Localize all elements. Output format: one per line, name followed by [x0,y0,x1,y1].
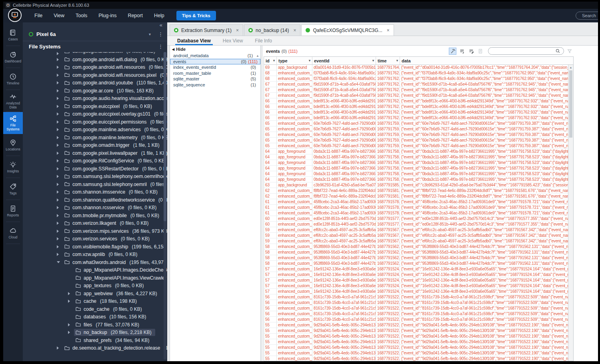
tab-no-backup[interactable]: no_backup (14) × [244,24,300,36]
table-row[interactable]: 63 app_background c3b96293-61af-42b0-a5a… [264,182,568,188]
table-row[interactable]: 55 enhanced_custom_event 9d29a041-5efb-4… [264,328,568,334]
table-row[interactable]: 57 enhanced_custom_event 16e91242-136e-4… [264,289,568,294]
tab-database-view[interactable]: Database View [171,36,217,45]
grid-scroll-thumb[interactable] [569,70,572,138]
table-row[interactable]: 68 enhanced_custom_event f37f3ab8-f6c9-4… [264,70,568,76]
tab-hex-view[interactable]: Hex View [217,36,249,45]
sidebar-item-cases[interactable]: Cases [3,24,23,46]
tree-item[interactable]: com.samsung.slsi.telephony.oem.oemrilhoo… [23,173,167,181]
tab-file-info[interactable]: File Info [249,36,278,45]
table-row[interactable]: 67 enhanced_custom_event f9d1590f-d71b-4… [264,82,568,87]
tree-chevron-icon[interactable] [57,66,63,69]
collapse-panel-icon[interactable]: « [160,22,162,28]
tree-item[interactable]: com.google.omadm.trigger (1 file, 1 KB) [23,142,167,150]
table-row[interactable]: 61 enhanced_custom_event 45f8cebc-2ca3-4… [264,210,568,216]
tree-chevron-icon[interactable] [57,206,63,209]
tree-item[interactable]: com.google.mainline.telemetry (0 files, … [23,134,167,142]
table-row[interactable]: 56 enhanced_custom_event 8161c739-15db-4… [264,317,568,322]
tree-item[interactable]: com.google.audio.hearing.visualization.a… [23,95,167,103]
menu-plugins[interactable]: Plug-ins [93,13,122,18]
tree-item[interactable]: com.google.ar.core (10 files, 163 KB) [23,87,167,95]
tree-scrollbar[interactable] [164,52,166,360]
tree-chevron-icon[interactable] [57,190,63,194]
column-header-eventid[interactable]: eventId▾ [312,57,376,64]
table-row[interactable]: 55 enhanced_custom_event 9d29a041-5efb-4… [264,356,568,361]
tree-item[interactable]: com.google.RilConfigService (0 files, 0 … [23,157,167,165]
tips-and-tricks-button[interactable]: Tips & Tricks [176,11,216,20]
table-row[interactable]: 57 enhanced_custom_event 16e91242-136e-4… [264,278,568,283]
table-row[interactable]: 65 enhanced_custom_event 60e7b6d9-7627-4… [264,138,568,143]
table-row[interactable]: 58 enhanced_custom_event 953f8869-55d3-4… [264,261,568,266]
tree-chevron-icon[interactable] [57,128,63,131]
table-row[interactable]: 65 enhanced_custom_event 60e7b6d9-7627-4… [264,126,568,132]
table-row[interactable]: 59 enhanced_custom_event ef6fcc2c-aba0-4… [264,238,568,244]
table-row[interactable]: 66 enhanced_custom_event bde8f13c-e066-4… [264,98,568,104]
table-row[interactable]: 55 enhanced_custom_event 9d29a041-5efb-4… [264,345,568,350]
tree-item[interactable]: com.samsung.slsi.telephony.oemril (0 fil… [23,180,167,188]
sort-caret-icon[interactable]: ▾ [371,59,374,62]
sort-caret-icon[interactable]: ▾ [395,59,398,62]
tree-item[interactable]: shared_prefs (34 files, 94 KB) [23,336,167,344]
tree-item[interactable]: com.google.android.wifi.resources.pixel … [23,71,167,79]
tree-item[interactable]: com.google.SSRestartDetector (0 files, 0… [23,165,167,173]
menu-tools[interactable]: Tools [70,13,93,18]
sort-caret-icon[interactable]: ▾ [272,59,275,62]
table-row[interactable]: 62 enhanced_custom_event f8fbf722-7ead-4… [264,188,568,194]
table-row[interactable]: 65 enhanced_custom_event 60e7b6d9-7627-4… [264,143,568,149]
table-row[interactable]: 56 enhanced_custom_event 8161c739-15db-4… [264,306,568,311]
tree-scroll-thumb[interactable] [164,52,166,221]
tree-chevron-icon[interactable] [57,230,63,233]
table-row[interactable]: 65 enhanced_custom_event 60e7b6d9-7627-4… [264,132,568,138]
tree-chevron-icon[interactable] [57,136,63,139]
tree-item[interactable]: cache (18 files, 198 KB) [23,298,167,306]
table-row[interactable]: 64 app_foreground 0bda3c11-b887-4f0a-997… [264,166,568,171]
tree-chevron-icon[interactable] [57,159,63,162]
close-icon[interactable]: × [236,28,239,33]
device-menu-icon[interactable]: ⋮ [158,31,163,37]
scroll-up-icon[interactable]: ▲ [256,54,259,58]
tree-item[interactable]: app_MixpanelAPI.Images.ViewCrawler (0 fi… [23,274,167,282]
db-table-item[interactable]: sqlite_sequence (1) [170,82,260,88]
grid-vertical-scrollbar[interactable]: ▲ [568,65,573,361]
close-icon[interactable]: × [293,28,296,33]
tree-chevron-icon[interactable] [57,105,63,108]
tree-item[interactable]: databases (10 files, 156 KB) [23,313,167,321]
tree-chevron-icon[interactable] [57,97,63,100]
export-selection-button[interactable] [467,48,475,55]
tree-chevron-icon[interactable] [57,52,63,55]
table-row[interactable]: 65 enhanced_custom_event 60e7b6d9-7627-4… [264,121,568,126]
table-row[interactable]: 66 enhanced_custom_event bde8f13c-e066-4… [264,115,568,121]
table-row[interactable]: 64 app_foreground 0bda3c11-b887-4f0a-997… [264,149,568,154]
tree-chevron-icon[interactable] [57,222,63,225]
table-row[interactable]: 55 enhanced_custom_event 9d29a041-5efb-4… [264,322,568,328]
sidebar-item-dashboard[interactable]: Dashboard [3,46,23,68]
tree-chevron-icon[interactable] [57,120,63,124]
device-selector[interactable]: Pixel 6a ▾ ⋮ [23,28,167,40]
table-row[interactable]: 67 enhanced_custom_event f9d1590f-d71b-4… [264,87,568,93]
table-row[interactable]: 64 app_foreground 0bda3c11-b887-4f0a-997… [264,171,568,177]
column-header-time[interactable]: time▾ [376,57,400,64]
tree-item[interactable]: com.google.pixel.livewallpaper (1 file, … [23,149,167,157]
tree-item[interactable]: com.google.mainline.adservices (0 files,… [23,126,167,134]
table-row[interactable]: 60 enhanced_custom_event ed0e128f-851b-4… [264,222,568,227]
table-row[interactable]: 68 enhanced_custom_event f37f3ab8-f6c9-4… [264,76,568,82]
table-row[interactable]: 59 enhanced_custom_event ef6fcc2c-aba0-4… [264,233,568,238]
scroll-up-icon[interactable]: ▲ [568,65,573,70]
column-header-type[interactable]: type▾ [277,57,312,64]
pickaxe-tool-button[interactable] [449,48,456,55]
menu-help[interactable]: Help [148,13,170,18]
tree-chevron-icon[interactable] [57,346,63,350]
table-row[interactable]: 67 enhanced_custom_event f9d1590f-d71b-4… [264,93,568,98]
tree-chevron-icon[interactable] [68,292,74,295]
tree-item[interactable]: com.what3words.android (195 files, 43,97… [23,258,167,266]
tree-item[interactable]: app_webview (36 files, 4,227 KB) [23,290,167,298]
tree-item[interactable]: com.visiblemobile.flagship (199 files, 6… [23,243,167,251]
close-icon[interactable]: × [387,28,390,33]
tree-item[interactable]: com.vzw.apnlib (0 files, 0 KB) [23,251,167,259]
global-search-button[interactable]: Search [576,12,598,20]
tree-chevron-icon[interactable] [57,152,63,155]
tree-item[interactable]: com.google.android.wifi (0 files, 0 KB) [23,52,167,56]
sidebar-item-insights[interactable]: Insights [3,156,23,178]
table-row[interactable]: 62 enhanced_custom_event f8fbf722-7ead-4… [264,194,568,199]
tree-item[interactable]: files (77 files, 37,076 KB) [23,321,167,329]
